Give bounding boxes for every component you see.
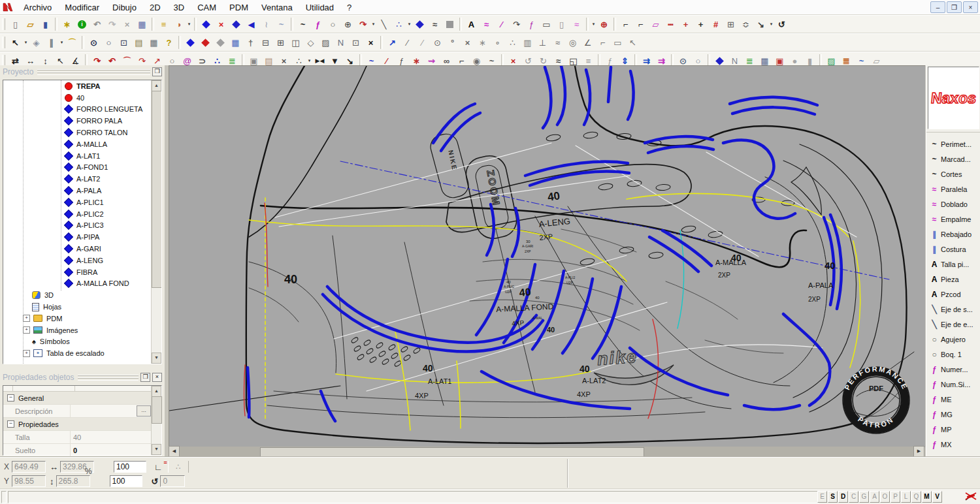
tree-item-trepa[interactable]: TREPA bbox=[3, 80, 152, 92]
tree-item-im-genes[interactable]: +Imágenes bbox=[3, 324, 152, 336]
menu-[interactable]: ? bbox=[340, 2, 358, 13]
letter-toggle-s[interactable]: S bbox=[828, 491, 838, 503]
tool-costura[interactable]: ∥Costura bbox=[926, 242, 980, 257]
red-cross-icon[interactable]: + bbox=[678, 17, 693, 31]
zoom-window-icon[interactable]: ⊙ bbox=[86, 35, 101, 50]
calculator-icon[interactable]: ▦ bbox=[228, 35, 243, 50]
scroll-up-arrow[interactable]: ▲ bbox=[152, 386, 161, 397]
rotation-field[interactable]: 0 bbox=[160, 475, 185, 487]
close-button[interactable]: × bbox=[963, 1, 978, 13]
tree-expand-icon[interactable]: + bbox=[23, 350, 30, 357]
collapse-icon[interactable]: − bbox=[7, 394, 14, 402]
snap-node-icon[interactable]: ° bbox=[445, 35, 460, 50]
scroll-right-arrow[interactable]: ▶ bbox=[913, 446, 924, 457]
corner-trim2-icon[interactable]: ⌐ bbox=[633, 17, 648, 31]
dropdown-arrow[interactable]: ▾ bbox=[768, 17, 774, 31]
tool-pzcod[interactable]: APzcod bbox=[926, 287, 980, 302]
scroll-left-arrow[interactable]: ◀ bbox=[169, 446, 180, 457]
scroll-thumb[interactable] bbox=[152, 91, 162, 288]
tree-item-forro-pala[interactable]: FORRO PALA bbox=[3, 115, 152, 127]
palette-icon[interactable]: ◑ bbox=[171, 17, 186, 31]
snap-apparent-icon[interactable]: ∗ bbox=[475, 35, 490, 50]
tree-item-fibra[interactable]: FIBRA bbox=[3, 266, 152, 278]
bow-pen-icon[interactable]: ⌒ bbox=[65, 35, 80, 50]
tree-item-a-plic1[interactable]: A-PLIC1 bbox=[3, 197, 152, 208]
properties-panel-dock-button[interactable]: ❒ bbox=[140, 373, 150, 382]
pens-icon[interactable]: ∥ bbox=[44, 35, 59, 50]
dropdown-arrow[interactable]: ▾ bbox=[591, 17, 596, 31]
letter-toggle-e[interactable]: E bbox=[817, 491, 827, 503]
panel-gripper[interactable] bbox=[78, 375, 139, 381]
tree-item-a-pipa[interactable]: A-PIPA bbox=[3, 231, 152, 243]
move-icon[interactable]: + bbox=[693, 17, 708, 31]
save-icon[interactable]: ▮ bbox=[38, 17, 53, 31]
letter-toggle-l[interactable]: L bbox=[901, 491, 911, 503]
piece-delete-icon[interactable] bbox=[198, 35, 213, 50]
print-icon[interactable]: ▦ bbox=[146, 35, 161, 50]
tool-agujero[interactable]: ○Agujero bbox=[926, 332, 980, 347]
group-row-general[interactable]: − General bbox=[3, 392, 161, 405]
last-outline-icon[interactable]: ≀ bbox=[259, 17, 274, 31]
snap-center-icon[interactable]: ⊙ bbox=[430, 35, 445, 50]
menu-archivo[interactable]: Archivo bbox=[17, 2, 58, 13]
tree-scrollbar[interactable]: ▲ ▼ bbox=[151, 80, 161, 364]
letter-toggle-v[interactable]: V bbox=[932, 491, 942, 503]
panel-gripper[interactable] bbox=[37, 69, 150, 75]
property-value[interactable] bbox=[70, 405, 137, 417]
letter-toggle-m[interactable]: M bbox=[922, 491, 932, 503]
rectangle-icon[interactable]: ▭ bbox=[539, 17, 554, 31]
angle-reference-icon[interactable]: ∟= bbox=[154, 462, 163, 472]
tree-item-a-gari[interactable]: A-GARI bbox=[3, 243, 152, 255]
shape-flip-icon[interactable]: ≎ bbox=[738, 17, 753, 31]
tree-item-pdm[interactable]: +PDM bbox=[3, 313, 152, 324]
tree-item-a-fond1[interactable]: A-FOND1 bbox=[3, 162, 152, 174]
pen-f-icon[interactable]: ƒ bbox=[524, 17, 539, 31]
tool-mg[interactable]: ƒMG bbox=[926, 407, 980, 422]
scroll-thumb[interactable] bbox=[260, 447, 644, 457]
rotate-icon[interactable]: ↺ bbox=[774, 17, 789, 31]
zoom-out-icon[interactable]: ○ bbox=[101, 35, 116, 50]
snap-rectangle-icon[interactable]: ▭ bbox=[610, 35, 625, 50]
letter-toggle-c[interactable]: C bbox=[849, 491, 858, 503]
nodes-icon[interactable]: ∴ bbox=[391, 17, 406, 31]
hash-red-icon[interactable]: # bbox=[708, 17, 723, 31]
split-vertical-icon[interactable]: ⊞ bbox=[273, 35, 288, 50]
tree-item-a-malla[interactable]: A-MALLA bbox=[3, 138, 152, 150]
new-document-icon[interactable]: ▯ bbox=[8, 17, 23, 31]
letter-toggle-p[interactable]: P bbox=[890, 491, 900, 503]
tree-item-a-lat2[interactable]: A-LAT2 bbox=[3, 173, 152, 185]
tree-item-3d[interactable]: 3D bbox=[3, 289, 152, 301]
properties-sheet-icon[interactable]: ▦ bbox=[135, 17, 150, 31]
properties-scrollbar[interactable]: ▲ ▼ bbox=[151, 386, 161, 455]
pen-slash-icon[interactable]: ∕ bbox=[494, 17, 509, 31]
tool-eje-de-s[interactable]: ╲Eje de s... bbox=[926, 302, 980, 317]
no-edit-pencil-icon[interactable] bbox=[964, 491, 977, 503]
snap-dots-icon[interactable]: ∴ bbox=[505, 35, 520, 50]
snap-midpoint-icon[interactable]: ∕ bbox=[415, 35, 430, 50]
snap-pin-icon[interactable]: ↗ bbox=[385, 35, 400, 50]
tool-doblado[interactable]: ≈Doblado bbox=[926, 197, 980, 212]
tool-mp[interactable]: ƒMP bbox=[926, 422, 980, 437]
tool-rebajado[interactable]: ∥Rebajado bbox=[926, 227, 980, 242]
letter-toggle-q[interactable]: Q bbox=[911, 491, 921, 503]
property-value[interactable]: 0 bbox=[70, 444, 161, 456]
tree-item-s-mbolos[interactable]: ♠Símbolos bbox=[3, 336, 152, 348]
dropdown-arrow[interactable]: ▾ bbox=[370, 17, 376, 31]
axis-icon[interactable]: ◇ bbox=[303, 35, 318, 50]
rotate-icon[interactable]: ↺ bbox=[152, 477, 159, 486]
minimize-button[interactable]: – bbox=[930, 1, 945, 13]
gears-icon[interactable]: ∗ bbox=[59, 17, 74, 31]
tool-eje-de-e[interactable]: ╲Eje de e... bbox=[926, 317, 980, 332]
construction-line-icon[interactable]: ╲ bbox=[376, 17, 391, 31]
dropdown-arrow[interactable]: ▾ bbox=[186, 17, 192, 31]
curve-icon[interactable]: ~ bbox=[295, 17, 310, 31]
menu-3d[interactable]: 3D bbox=[167, 2, 191, 13]
tool-empalme[interactable]: ≈Empalme bbox=[926, 212, 980, 227]
property-value[interactable]: 40 bbox=[70, 431, 161, 443]
tool-boq-1[interactable]: ○Boq. 1 bbox=[926, 347, 980, 362]
piece-prev-icon[interactable] bbox=[213, 35, 228, 50]
canvas-horizontal-scrollbar[interactable]: ◀ ▶ bbox=[169, 447, 924, 456]
properties-panel-close-button[interactable]: × bbox=[152, 373, 162, 382]
insert-piece-icon[interactable] bbox=[199, 17, 214, 31]
delete-gray-icon[interactable]: × bbox=[120, 17, 135, 31]
